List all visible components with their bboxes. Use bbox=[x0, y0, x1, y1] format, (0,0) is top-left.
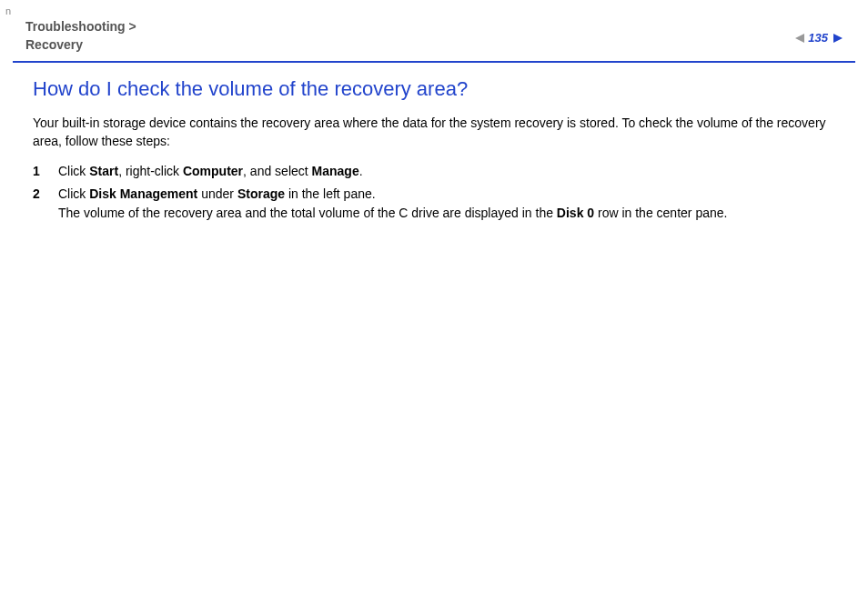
step-text: Click bbox=[58, 186, 89, 201]
page-number: 135 bbox=[808, 31, 828, 45]
breadcrumb-section: Troubleshooting bbox=[25, 19, 126, 34]
step-text: Click bbox=[58, 164, 89, 178]
main-content: How do I check the volume of the recover… bbox=[0, 63, 868, 223]
intro-paragraph: Your built-in storage device contains th… bbox=[33, 114, 835, 151]
next-page-arrow-icon[interactable] bbox=[833, 34, 843, 43]
ui-term: Disk 0 bbox=[557, 206, 594, 220]
ui-term: Disk Management bbox=[89, 186, 197, 201]
breadcrumb: Troubleshooting > Recovery bbox=[25, 18, 136, 54]
list-item: Click Start, right-click Computer, and s… bbox=[33, 162, 835, 181]
prev-page-arrow-icon[interactable] bbox=[795, 34, 804, 43]
list-item: Click Disk Management under Storage in t… bbox=[33, 185, 835, 223]
ui-term: Manage bbox=[312, 164, 359, 178]
corner-marker: n bbox=[5, 5, 11, 16]
step-text: , and select bbox=[243, 164, 312, 178]
step-text: , right-click bbox=[118, 164, 183, 178]
step-text: under bbox=[197, 186, 237, 201]
step-text: . bbox=[359, 164, 363, 178]
breadcrumb-page: Recovery bbox=[25, 37, 83, 52]
page-header: Troubleshooting > Recovery 135 bbox=[0, 0, 868, 61]
step-text: row in the center pane. bbox=[594, 206, 727, 220]
breadcrumb-separator: > bbox=[126, 19, 136, 34]
page-navigation: 135 bbox=[795, 31, 843, 45]
ui-term: Storage bbox=[237, 186, 285, 201]
steps-list: Click Start, right-click Computer, and s… bbox=[33, 162, 835, 223]
page-title: How do I check the volume of the recover… bbox=[33, 77, 835, 101]
step-text: in the left pane. bbox=[285, 186, 376, 201]
ui-term: Start bbox=[89, 164, 118, 178]
ui-term: Computer bbox=[183, 164, 243, 178]
step-text: The volume of the recovery area and the … bbox=[58, 206, 557, 220]
